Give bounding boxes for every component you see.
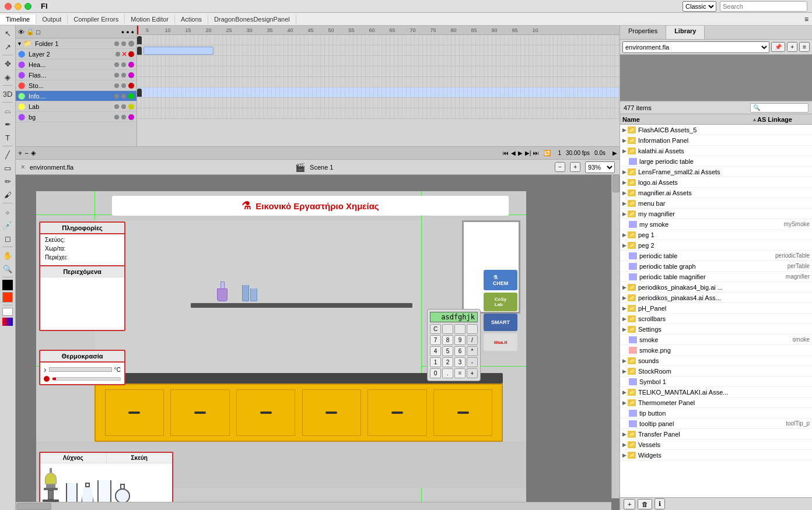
scroll-right-icon[interactable]: ▶ [612, 150, 617, 156]
library-list[interactable]: ▶ 📁 FlashAICB Assets_5 ▶ 📁 Information P… [620, 125, 812, 497]
go-end-btn[interactable]: ⏭ [533, 150, 539, 156]
zoom-select[interactable]: 93%100%50% [585, 161, 615, 173]
calc-btn-2[interactable]: 2 [442, 357, 453, 367]
list-item-infopanel[interactable]: ▶ 📁 Information Panel [620, 135, 812, 146]
calc-btn-4[interactable]: 4 [430, 346, 441, 356]
close-button[interactable] [5, 3, 12, 10]
eyedropper-tool[interactable]: 💉 [1, 219, 14, 231]
list-item-tip-btn[interactable]: tip button [620, 408, 812, 418]
list-item-stockroom[interactable]: ▶ 📁 StockRoom [620, 366, 812, 377]
calc-btn-div[interactable]: / [467, 335, 478, 345]
lib-delete-btn[interactable]: 🗑 [638, 499, 652, 509]
line-tool[interactable]: ╱ [1, 148, 14, 161]
list-item-scrollbars[interactable]: ▶ 📁 scrollbars [620, 314, 812, 324]
gradient-color[interactable] [2, 318, 13, 326]
lib-new-symbol-btn[interactable]: + [624, 499, 635, 509]
layer-hea[interactable]: ⬤ Hea... [16, 59, 136, 70]
list-item-teliko[interactable]: ▶ 📁 TELIKO_MANTALAKI.ai Asse... [620, 387, 812, 398]
brush-tool[interactable]: 🖌 [1, 188, 14, 201]
logo-btn-4[interactable]: ilisa.it [484, 333, 517, 351]
subselect-tool[interactable]: ↗ [1, 40, 14, 53]
text-tool[interactable]: T [1, 131, 14, 144]
stage-vscrollbar[interactable] [611, 175, 620, 498]
minimize-button[interactable] [15, 3, 22, 10]
fill-color-white[interactable] [2, 308, 13, 316]
go-start-btn[interactable]: ⏮ [503, 150, 509, 156]
list-item-kalathi[interactable]: ▶ 📁 kalathi.ai Assets [620, 146, 812, 156]
calc-btn-8[interactable]: 8 [442, 335, 453, 345]
tab-actions[interactable]: Actions [175, 15, 208, 24]
rect-tool[interactable]: ▭ [1, 161, 14, 174]
layer-layer2[interactable]: ⬤ Layer 2 ✕ [16, 49, 136, 59]
logo-btn-1[interactable]: ⚗CHEM [484, 270, 517, 290]
list-item-settings[interactable]: ▶ 📁 Settings [620, 324, 812, 335]
stage-canvas[interactable]: ⚗ Εικονικό Εργαστήριο Χημείας Πληροφορίε… [16, 175, 620, 510]
close-file-icon[interactable]: ✕ [20, 164, 25, 170]
list-item-periodic-large[interactable]: large periodic table [620, 156, 812, 167]
outline-icon[interactable]: □ [36, 29, 40, 36]
list-item-lensframe[interactable]: ▶ 📁 LensFrame_small2.ai Assets [620, 167, 812, 177]
step-fwd-btn[interactable]: ▶| [525, 150, 531, 156]
tab-library[interactable]: Library [666, 26, 705, 39]
items-tray[interactable]: Λύχνος Σκεύη [39, 452, 173, 510]
gradient-tool[interactable]: ◈ [1, 71, 14, 83]
calculator[interactable]: asdfghjk C 7 8 9 / 4 5 [427, 309, 481, 381]
collapse-icon[interactable]: ≡ [801, 15, 812, 23]
col-linkage-header[interactable]: AS Linkage [757, 116, 810, 123]
list-item-periodic-mag[interactable]: periodic table magnifier magnifier [620, 272, 812, 282]
list-item-thermometer[interactable]: ▶ 📁 Thermometer Panel [620, 398, 812, 408]
calc-btn-6[interactable]: 6 [454, 346, 466, 356]
lib-props-btn[interactable]: ℹ [654, 498, 665, 509]
calc-btn-sub[interactable]: - [467, 357, 478, 367]
calc-btn-3[interactable]: 3 [454, 357, 466, 367]
list-item-sounds[interactable]: ▶ 📁 sounds [620, 356, 812, 366]
calc-btn-eq[interactable]: = [454, 368, 466, 378]
step-back-btn[interactable]: ◀ [511, 150, 516, 156]
stroke-color[interactable] [2, 280, 13, 290]
list-item-peg1[interactable]: ▶ 📁 peg 1 [620, 230, 812, 240]
list-item-periodikos-ass[interactable]: ▶ 📁 periodikos_pinakas4.ai Ass... [620, 293, 812, 303]
list-item-smoke-png[interactable]: smoke.png [620, 345, 812, 356]
list-item-mymag[interactable]: ▶ 📁 my magnifier [620, 209, 812, 219]
play-btn[interactable]: ▶ [518, 150, 523, 156]
thermometer-panel[interactable]: Θερμοκρασία › °C [39, 350, 125, 385]
add-motion-icon[interactable]: ◈ [31, 149, 36, 157]
layer-folder1[interactable]: ▼ 📁 Folder 1 [16, 38, 136, 49]
col-name-header[interactable]: Name [622, 116, 752, 123]
paint-bucket-tool[interactable]: ⬦ [1, 205, 14, 218]
zoom-out-btn[interactable]: − [555, 162, 565, 172]
calc-btn-add[interactable]: + [467, 368, 478, 378]
zoom-in-btn[interactable]: + [570, 162, 580, 172]
add-layer-icon[interactable]: + [18, 149, 22, 157]
file-tab[interactable]: environment.fla [30, 164, 74, 171]
3d-tool[interactable]: 3D [1, 87, 14, 100]
calc-btn-empty1[interactable] [442, 324, 453, 334]
library-options-btn[interactable]: ≡ [799, 42, 810, 52]
select-tool[interactable]: ↖ [1, 27, 14, 40]
tab-compiler-errors[interactable]: Compiler Errors [68, 15, 125, 24]
zoom-tool[interactable]: 🔍 [1, 262, 14, 275]
list-item-smoke[interactable]: smoke smoke [620, 335, 812, 345]
calc-btn-c[interactable]: C [430, 324, 441, 334]
pen-tool[interactable]: ✒ [1, 118, 14, 131]
list-item-periodikos-big[interactable]: ▶ 📁 periodikos_pinakas4_big.ai ... [620, 282, 812, 293]
list-item-mysmoke[interactable]: my smoke mySmoke [620, 219, 812, 230]
global-search[interactable] [720, 1, 807, 12]
lasso-tool[interactable]: ⌓ [1, 104, 14, 117]
list-item-vessels[interactable]: ▶ 📁 Vessels [620, 439, 812, 450]
library-search-input[interactable] [750, 103, 808, 112]
tab-output[interactable]: Output [36, 15, 68, 24]
list-item-peg2[interactable]: ▶ 📁 peg 2 [620, 240, 812, 251]
calc-btn-1[interactable]: 1 [430, 357, 441, 367]
list-item-periodic-table[interactable]: periodic table periodicTable [620, 251, 812, 261]
lock-icon[interactable]: 🔒 [26, 28, 34, 36]
hand-tool[interactable]: ✋ [1, 249, 14, 262]
layer-flas[interactable]: ⬤ Flas... [16, 70, 136, 80]
list-item-logo[interactable]: ▶ 📁 logo.ai Assets [620, 177, 812, 188]
list-item-transfer[interactable]: ▶ 📁 Transfer Panel [620, 429, 812, 439]
logo-btn-2[interactable]: CoSyLab [484, 293, 517, 311]
calc-btn-9[interactable]: 9 [454, 335, 466, 345]
tab-dragonbones[interactable]: DragonBonesDesignPanel [208, 15, 296, 24]
calc-btn-mul[interactable]: * [467, 346, 478, 356]
tab-timeline[interactable]: Timeline [0, 15, 36, 24]
